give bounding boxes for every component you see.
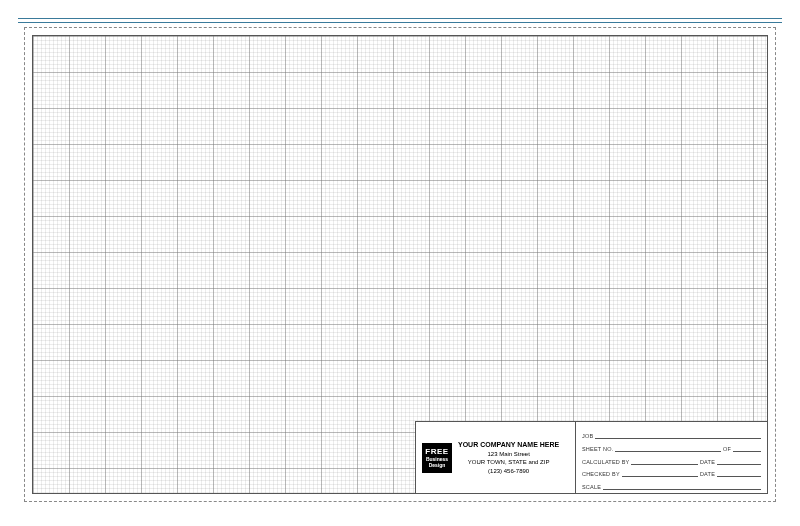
free-design-badge: FREE Business Design bbox=[422, 443, 452, 473]
date-line-1 bbox=[717, 458, 761, 465]
company-text: YOUR COMPANY NAME HERE 123 Main Street Y… bbox=[458, 440, 559, 475]
checked-row: CHECKED BY DATE bbox=[582, 466, 761, 477]
date-line-2 bbox=[717, 470, 761, 477]
sheet-no-line bbox=[615, 445, 721, 452]
job-label: JOB bbox=[582, 433, 593, 439]
scale-label: SCALE bbox=[582, 484, 601, 490]
of-line bbox=[733, 445, 761, 452]
accent-rule-1 bbox=[18, 18, 782, 19]
sheet-row: SHEET NO. OF bbox=[582, 441, 761, 452]
title-block: FREE Business Design YOUR COMPANY NAME H… bbox=[415, 421, 767, 493]
fields-panel: JOB SHEET NO. OF CALCULATED BY DATE CHEC… bbox=[576, 422, 767, 493]
page-margin: FREE Business Design YOUR COMPANY NAME H… bbox=[18, 18, 782, 508]
of-label: OF bbox=[723, 446, 731, 452]
company-name: YOUR COMPANY NAME HERE bbox=[458, 440, 559, 450]
company-phone: (123) 456-7890 bbox=[458, 467, 559, 475]
calculated-row: CALCULATED BY DATE bbox=[582, 454, 761, 465]
badge-line2: Business bbox=[426, 457, 448, 462]
scale-line bbox=[603, 483, 761, 490]
scale-row: SCALE bbox=[582, 479, 761, 490]
company-street: 123 Main Street bbox=[458, 450, 559, 458]
accent-rule-2 bbox=[18, 22, 782, 23]
calculated-by-label: CALCULATED BY bbox=[582, 459, 629, 465]
calculated-by-line bbox=[631, 458, 698, 465]
job-line bbox=[595, 432, 761, 439]
job-row: JOB bbox=[582, 428, 761, 439]
date-label-2: DATE bbox=[700, 471, 715, 477]
checked-by-line bbox=[622, 470, 698, 477]
badge-line3: Design bbox=[429, 463, 446, 468]
company-panel: FREE Business Design YOUR COMPANY NAME H… bbox=[416, 422, 576, 493]
badge-line1: FREE bbox=[425, 448, 448, 456]
date-label-1: DATE bbox=[700, 459, 715, 465]
company-citystate: YOUR TOWN, STATE and ZIP bbox=[458, 458, 559, 466]
drawing-frame: FREE Business Design YOUR COMPANY NAME H… bbox=[32, 35, 768, 494]
checked-by-label: CHECKED BY bbox=[582, 471, 620, 477]
sheet-no-label: SHEET NO. bbox=[582, 446, 613, 452]
